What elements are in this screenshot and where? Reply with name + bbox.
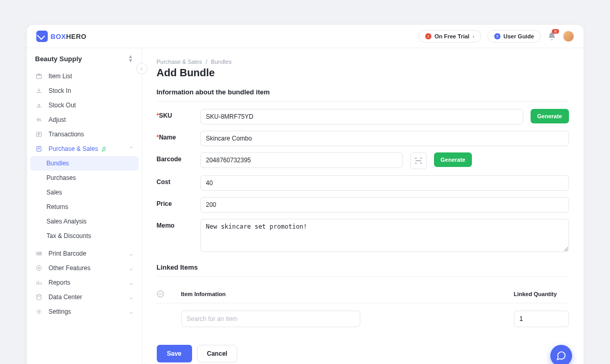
- workspace-name: Beauty Supply: [35, 55, 82, 63]
- memo-textarea[interactable]: [200, 219, 569, 252]
- chevron-right-icon: ›: [472, 33, 475, 39]
- col-linked-qty: Linked Quantity: [514, 291, 569, 297]
- breadcrumb-parent[interactable]: Purchase & Sales: [157, 59, 202, 65]
- label-sku: *SKU: [157, 109, 193, 119]
- svg-point-4: [36, 295, 40, 297]
- workspace-switcher[interactable]: Beauty Supply ▲▼: [27, 48, 142, 69]
- nav-stock-in[interactable]: Stock In: [27, 83, 142, 98]
- logo-mark-icon: [36, 31, 48, 42]
- breadcrumb-separator: /: [206, 59, 207, 65]
- logo[interactable]: BOXHERO: [36, 31, 87, 42]
- adjust-icon: [35, 116, 43, 123]
- form-actions: Save Cancel: [157, 345, 569, 362]
- divider: [157, 276, 569, 277]
- generate-sku-button[interactable]: Generate: [531, 109, 569, 123]
- nav-sales[interactable]: Sales: [27, 185, 142, 200]
- save-button[interactable]: Save: [157, 345, 192, 362]
- gear-icon: [35, 308, 43, 315]
- download-icon: [35, 87, 43, 94]
- box-icon: [35, 73, 43, 80]
- nav-purchases[interactable]: Purchases: [27, 171, 142, 185]
- nav-tax-discounts[interactable]: Tax & Discounts: [27, 229, 142, 243]
- trial-label: On Free Trial: [435, 33, 469, 39]
- nav-bundles[interactable]: Bundles: [30, 156, 139, 171]
- list-icon: [35, 131, 43, 138]
- nav-purchase-sales[interactable]: Purchase & Sales β ⌃: [27, 142, 142, 156]
- nav-adjust[interactable]: Adjust: [27, 113, 142, 127]
- page-title: Add Bundle: [157, 67, 569, 79]
- svg-rect-0: [36, 75, 41, 79]
- sidebar: ‹ Beauty Supply ▲▼ Item List Stock In St…: [27, 48, 142, 364]
- chevron-down-icon: ⌄: [129, 294, 133, 301]
- nav-data-center[interactable]: Data Center ⌄: [27, 290, 142, 304]
- scan-barcode-button[interactable]: [410, 152, 427, 169]
- notif-badge: N: [552, 29, 559, 34]
- alert-icon: !: [425, 33, 431, 39]
- nav-item-list[interactable]: Item List: [27, 69, 142, 83]
- logo-text: BOXHERO: [51, 33, 87, 40]
- plus-circle-icon: [35, 264, 43, 272]
- chevron-down-icon: ⌄: [129, 279, 133, 286]
- guide-label: User Guide: [504, 33, 534, 39]
- guide-pill[interactable]: ? User Guide: [487, 30, 541, 43]
- avatar[interactable]: [563, 31, 574, 42]
- nav-print-barcode[interactable]: Print Barcode ⌄: [27, 246, 142, 261]
- section-info-title: Information about the bundled item: [157, 88, 569, 96]
- breadcrumb-current: Bundles: [211, 59, 232, 65]
- nav-reports[interactable]: Reports ⌄: [27, 275, 142, 290]
- app-window: BOXHERO ! On Free Trial › ? User Guide N…: [27, 25, 584, 364]
- price-input[interactable]: [200, 197, 569, 213]
- nav-sales-analysis[interactable]: Sales Analysis: [27, 214, 142, 229]
- nav-other-features[interactable]: Other Features ⌄: [27, 261, 142, 275]
- beta-badge: β: [102, 146, 105, 152]
- upload-icon: [35, 102, 43, 109]
- updown-icon: ▲▼: [128, 54, 133, 63]
- barcode-icon: [35, 250, 43, 257]
- cancel-button[interactable]: Cancel: [197, 345, 237, 362]
- section-linked-title: Linked Items: [157, 263, 569, 271]
- nav-transactions[interactable]: Transactions: [27, 127, 142, 142]
- chart-icon: [35, 279, 43, 286]
- chevron-down-icon: ⌄: [129, 250, 133, 257]
- label-cost: Cost: [157, 175, 193, 186]
- topbar: BOXHERO ! On Free Trial › ? User Guide N: [27, 25, 584, 48]
- col-item-info: Item Information: [174, 291, 507, 297]
- label-memo: Memo: [157, 219, 193, 229]
- help-fab[interactable]: [550, 345, 572, 364]
- scan-icon: [414, 157, 423, 165]
- nav-settings[interactable]: Settings ⌄: [27, 304, 142, 319]
- linked-item-row: [157, 303, 569, 327]
- main-content: Purchase & Sales / Bundles Add Bundle In…: [142, 48, 584, 364]
- receipt-icon: [35, 145, 43, 152]
- chevron-down-icon: ⌄: [129, 265, 133, 272]
- barcode-input[interactable]: [200, 152, 403, 168]
- linked-item-search[interactable]: [181, 311, 360, 327]
- nav-returns[interactable]: Returns: [27, 200, 142, 214]
- linked-items-header: Item Information Linked Quantity: [157, 284, 569, 303]
- label-name: *Name: [157, 131, 193, 141]
- cost-input[interactable]: [200, 175, 569, 191]
- database-icon: [35, 293, 43, 301]
- linked-qty-input[interactable]: [514, 311, 569, 327]
- sku-input[interactable]: [200, 109, 523, 124]
- breadcrumb: Purchase & Sales / Bundles: [157, 59, 569, 65]
- help-icon: ?: [494, 33, 500, 39]
- remove-row-icon: [157, 290, 164, 298]
- label-price: Price: [157, 197, 193, 207]
- label-barcode: Barcode: [157, 152, 193, 163]
- chevron-up-icon: ⌃: [129, 146, 133, 152]
- divider: [157, 101, 569, 102]
- notifications-button[interactable]: N: [547, 32, 557, 41]
- name-input[interactable]: [200, 131, 569, 146]
- generate-barcode-button[interactable]: Generate: [434, 152, 472, 167]
- chevron-down-icon: ⌄: [129, 309, 133, 315]
- trial-pill[interactable]: ! On Free Trial ›: [418, 30, 481, 43]
- nav-stock-out[interactable]: Stock Out: [27, 98, 142, 113]
- topbar-right: ! On Free Trial › ? User Guide N: [418, 30, 574, 43]
- chat-icon: [556, 351, 566, 361]
- svg-point-5: [38, 311, 40, 313]
